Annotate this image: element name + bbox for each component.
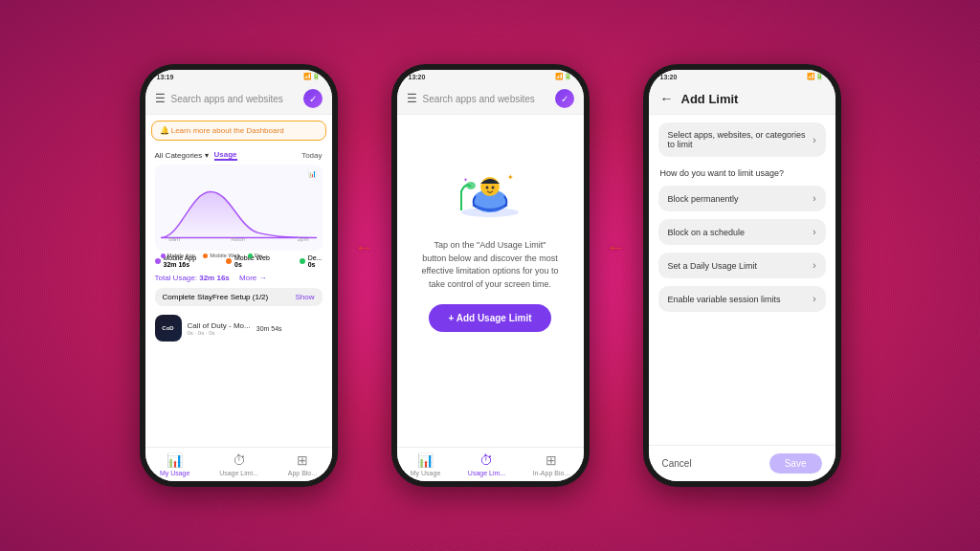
- svg-point-7: [492, 187, 495, 189]
- limit-description: Tap on the "Add Usage Limit" button belo…: [412, 239, 568, 291]
- nav-label-app-block-1: App Blo...: [288, 470, 317, 476]
- usage-chart: 📊 8am Noon 2pm Mobile App Mobile Web De.…: [155, 165, 323, 251]
- right-arrow-icon-1: ←: [355, 236, 374, 258]
- svg-text:8am: 8am: [168, 235, 180, 242]
- add-usage-limit-button[interactable]: + Add Usage Limit: [429, 304, 550, 332]
- search-text-1[interactable]: Search apps and websites: [171, 94, 298, 104]
- time-3: 13:20: [660, 74, 678, 80]
- all-categories-dropdown[interactable]: All Categories ▾: [155, 151, 209, 160]
- banner-text: 🔔 Learn more about the Dashboard: [160, 126, 284, 135]
- time-2: 13:20: [409, 74, 426, 80]
- check-circle-2[interactable]: ✓: [555, 89, 574, 108]
- footer-buttons: Cancel Save: [649, 445, 835, 481]
- search-text-2[interactable]: Search apps and websites: [423, 94, 549, 104]
- cancel-button[interactable]: Cancel: [662, 458, 692, 469]
- how-label: How do you want to limit usage?: [649, 165, 835, 182]
- daily-usage-label: Set a Daily Usage Limit: [668, 261, 758, 271]
- phone-3: 13:20 📶🔋 ← Add Limit Select apps, websit…: [643, 64, 841, 487]
- nav-my-usage-1[interactable]: 📊 My Usage: [160, 452, 190, 476]
- nav-my-usage-2[interactable]: 📊 My Usage: [411, 452, 441, 476]
- status-bar-3: 13:20 📶🔋: [649, 70, 835, 83]
- variable-session-option[interactable]: Enable variable session limits ›: [658, 286, 826, 312]
- show-link[interactable]: Show: [295, 293, 314, 301]
- select-label: Select apps, websites, or categories to …: [668, 130, 813, 149]
- back-arrow-button[interactable]: ←: [660, 91, 674, 106]
- more-link[interactable]: More →: [239, 274, 266, 282]
- app-info: Call of Duty - Mo... 0s · 0s · 0s: [188, 321, 251, 336]
- svg-text:✦: ✦: [463, 177, 468, 183]
- nav-label-inapp-bio-2: In-App Bio...: [533, 470, 570, 476]
- chart-badge: 📊: [161, 170, 317, 178]
- variable-session-label: Enable variable session limits: [668, 295, 781, 304]
- svg-point-6: [486, 187, 489, 189]
- svg-text:2pm: 2pm: [297, 235, 308, 242]
- select-apps-button[interactable]: Select apps, websites, or categories to …: [658, 122, 826, 157]
- status-icons-2: 📶🔋: [555, 73, 572, 80]
- usage-limit-icon-2: ⏱: [479, 452, 493, 468]
- svg-text:Noon: Noon: [231, 235, 245, 242]
- nav-label-my-usage-2: My Usage: [411, 470, 441, 476]
- phone-1: 13:19 📶🔋 ☰ Search apps and websites ✓ 🔔 …: [140, 64, 338, 487]
- nav-label-usage-limit-2: Usage Lim...: [468, 470, 505, 476]
- status-bar-1: 13:19 📶🔋: [145, 70, 332, 83]
- nav-usage-limit-2[interactable]: ⏱ Usage Lim...: [468, 452, 505, 476]
- illustration-area: ✦ ✦ Tap on the "Add Usage Limit" button …: [397, 115, 584, 481]
- chart-legend: Mobile App Mobile Web De...: [161, 253, 317, 258]
- add-limit-title: Add Limit: [681, 92, 739, 106]
- status-icons-1: 📶🔋: [303, 73, 321, 80]
- nav-inapp-bio-2[interactable]: ⊞ In-App Bio...: [533, 452, 570, 476]
- nav-label-my-usage-1: My Usage: [160, 470, 190, 476]
- block-schedule-option[interactable]: Block on a schedule ›: [658, 219, 826, 245]
- block-schedule-chevron: ›: [813, 227, 815, 237]
- select-chevron-icon: ›: [813, 135, 815, 145]
- today-button[interactable]: Today: [301, 151, 322, 160]
- phone-2: 13:20 📶🔋 ☰ Search apps and websites ✓: [391, 64, 590, 487]
- usage-limit-icon-1: ⏱: [233, 452, 246, 468]
- app-block-icon-1: ⊞: [297, 452, 308, 468]
- inapp-bio-icon-2: ⊞: [546, 452, 557, 468]
- dashboard-banner[interactable]: 🔔 Learn more about the Dashboard: [151, 121, 326, 141]
- hamburger-icon-1[interactable]: ☰: [155, 92, 166, 105]
- right-arrow-icon-2: ←: [607, 236, 626, 258]
- block-schedule-label: Block on a schedule: [668, 228, 746, 237]
- app-time: 30m 54s: [256, 325, 282, 332]
- hamburger-icon-2[interactable]: ☰: [407, 92, 417, 105]
- svg-text:✦: ✦: [507, 173, 514, 182]
- status-icons-3: 📶🔋: [807, 73, 824, 80]
- app-name: Call of Duty - Mo...: [188, 321, 251, 330]
- svg-point-8: [466, 182, 476, 189]
- arrow-1-2: ←: [355, 236, 374, 316]
- bottom-nav-2: 📊 My Usage ⏱ Usage Lim... ⊞ In-App Bio..…: [397, 447, 584, 481]
- total-usage: Total Usage: 32m 16s More →: [145, 272, 332, 284]
- status-bar-2: 13:20 📶🔋: [397, 70, 584, 83]
- setup-text: Complete StayFree Setup (1/2): [163, 293, 269, 301]
- search-bar-1: ☰ Search apps and websites ✓: [145, 83, 332, 115]
- app-icon-cod: CoD: [155, 315, 182, 342]
- chart-svg: 8am Noon 2pm: [161, 180, 317, 247]
- time-1: 13:19: [157, 74, 174, 80]
- daily-usage-limit-option[interactable]: Set a Daily Usage Limit ›: [658, 253, 826, 278]
- my-usage-icon-2: 📊: [417, 452, 434, 468]
- my-usage-icon-1: 📊: [167, 452, 183, 468]
- nav-app-block-1[interactable]: ⊞ App Blo...: [288, 452, 317, 476]
- meditation-illustration: ✦ ✦: [442, 134, 538, 230]
- save-button[interactable]: Save: [769, 453, 822, 474]
- setup-banner: Complete StayFree Setup (1/2) Show: [155, 288, 323, 306]
- app-row-cod: CoD Call of Duty - Mo... 0s · 0s · 0s 30…: [145, 310, 332, 346]
- nav-label-usage-limit-1: Usage Limi...: [219, 470, 258, 476]
- block-permanently-chevron: ›: [813, 193, 815, 204]
- daily-usage-chevron: ›: [813, 260, 815, 271]
- arrow-2-3: ←: [607, 236, 626, 316]
- usage-tab[interactable]: Usage: [214, 150, 237, 161]
- block-permanently-option[interactable]: Block permanently ›: [658, 186, 826, 211]
- add-limit-header: ← Add Limit: [649, 83, 835, 115]
- block-permanently-label: Block permanently: [668, 194, 739, 204]
- search-bar-2: ☰ Search apps and websites ✓: [397, 83, 584, 115]
- nav-usage-limit-1[interactable]: ⏱ Usage Limi...: [219, 452, 258, 476]
- check-circle-1[interactable]: ✓: [303, 89, 323, 108]
- bottom-nav-1: 📊 My Usage ⏱ Usage Limi... ⊞ App Blo...: [145, 447, 332, 481]
- variable-session-chevron: ›: [813, 294, 815, 304]
- filter-row: All Categories ▾ Usage Today: [145, 146, 332, 165]
